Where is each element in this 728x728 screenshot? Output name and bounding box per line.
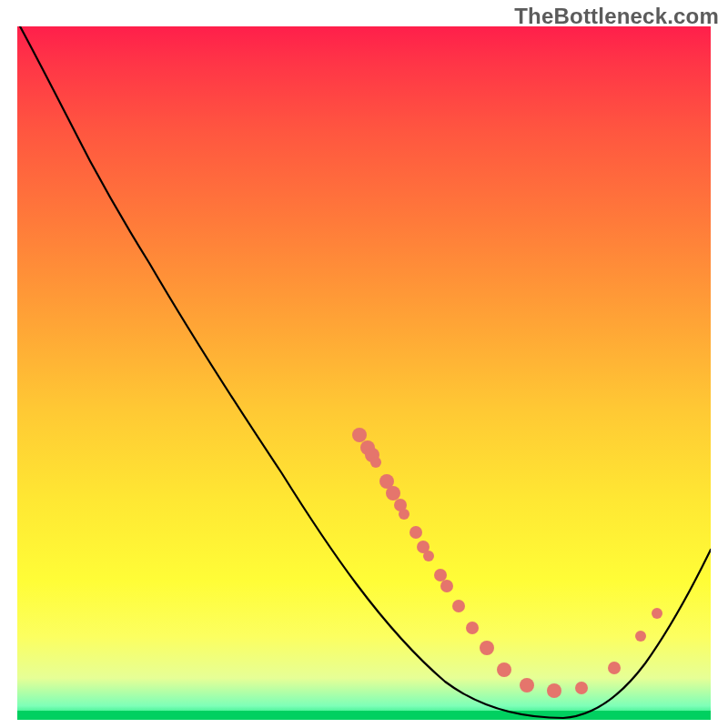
data-dot <box>652 608 662 619</box>
data-dot <box>410 526 422 539</box>
data-dot <box>466 622 479 634</box>
chart-canvas: TheBottleneck.com <box>0 0 728 728</box>
data-dot <box>575 682 588 694</box>
data-dot <box>423 551 434 561</box>
data-dot <box>635 631 646 642</box>
data-dot <box>434 569 447 581</box>
data-dot <box>440 580 453 592</box>
data-dot <box>608 662 621 674</box>
data-dot <box>370 457 381 468</box>
data-dot <box>386 486 400 500</box>
main-curve <box>20 26 711 718</box>
data-dot <box>452 600 465 612</box>
data-dot <box>352 428 367 442</box>
curve-svg <box>17 26 711 720</box>
data-dot <box>547 683 561 698</box>
data-dot <box>480 641 494 655</box>
watermark-text: TheBottleneck.com <box>514 4 719 29</box>
data-dot <box>399 509 410 520</box>
dots-group <box>352 428 662 698</box>
data-dot <box>497 662 511 677</box>
data-dot <box>520 678 534 693</box>
plot-area <box>17 26 711 720</box>
